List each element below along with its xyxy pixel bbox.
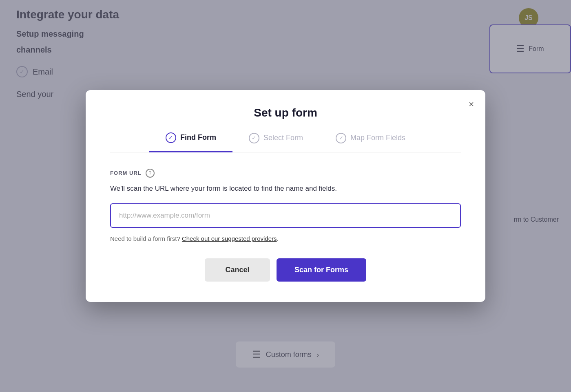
field-description: We'll scan the URL where your form is lo…: [110, 183, 461, 194]
map-form-label: Map Form Fields: [350, 134, 405, 142]
setup-form-modal: × Set up form ✓ Find Form ✓ Select Form …: [86, 90, 485, 302]
providers-text: Need to build a form first? Check out ou…: [110, 235, 461, 242]
providers-link[interactable]: Check out our suggested providers: [182, 235, 277, 242]
form-content: FORM URL ? We'll scan the URL where your…: [110, 152, 461, 282]
select-form-label: Select Form: [263, 134, 303, 142]
form-url-label: FORM URL: [110, 170, 142, 176]
modal-overlay: × Set up form ✓ Find Form ✓ Select Form …: [0, 0, 571, 392]
field-label-row: FORM URL ?: [110, 169, 461, 178]
close-button[interactable]: ×: [469, 100, 474, 109]
button-row: Cancel Scan for Forms: [110, 258, 461, 282]
cancel-button[interactable]: Cancel: [205, 258, 270, 282]
step-select-form[interactable]: ✓ Select Form: [232, 133, 319, 152]
find-form-label: Find Form: [180, 133, 216, 142]
step-find-form[interactable]: ✓ Find Form: [149, 132, 232, 152]
scan-for-forms-button[interactable]: Scan for Forms: [277, 258, 366, 282]
url-input[interactable]: [110, 203, 461, 228]
find-form-check-icon: ✓: [166, 132, 176, 143]
select-form-check-icon: ✓: [249, 133, 259, 143]
map-form-check-icon: ✓: [336, 133, 346, 143]
step-map-form-fields[interactable]: ✓ Map Form Fields: [319, 133, 422, 152]
steps-nav: ✓ Find Form ✓ Select Form ✓ Map Form Fie…: [110, 132, 461, 152]
help-icon[interactable]: ?: [146, 169, 155, 178]
modal-title: Set up form: [110, 106, 461, 119]
